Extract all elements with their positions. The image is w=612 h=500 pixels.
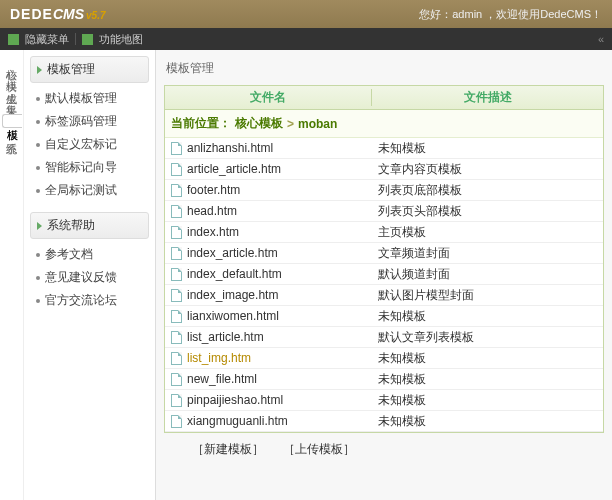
cell-filename: index_article.htm (165, 246, 372, 260)
vtab-核心[interactable]: 核心 (2, 54, 21, 66)
bullet-icon (36, 253, 40, 257)
table-row: article_article.htm文章内容页模板 (165, 159, 603, 180)
cell-filename: article_article.htm (165, 162, 372, 176)
file-link[interactable]: article_article.htm (187, 162, 281, 176)
toolbar: 隐藏菜单 功能地图 « (0, 28, 612, 50)
file-link[interactable]: index_default.htm (187, 267, 282, 281)
table-row: footer.htm列表页底部模板 (165, 180, 603, 201)
bullet-icon (36, 276, 40, 280)
chevron-right-icon (37, 66, 42, 74)
file-link[interactable]: list_img.htm (187, 351, 251, 365)
file-link[interactable]: lianxiwomen.html (187, 309, 279, 323)
file-link[interactable]: anlizhanshi.html (187, 141, 273, 155)
brand-cms: CMS (53, 6, 84, 22)
cell-filedesc: 未知模板 (372, 308, 603, 325)
collapse-toggle[interactable]: « (598, 33, 604, 45)
cell-filedesc: 列表页底部模板 (372, 182, 603, 199)
file-icon (171, 184, 182, 197)
vtab-模板[interactable]: 模板 (2, 114, 22, 128)
file-icon (171, 226, 182, 239)
hide-menu-icon (8, 34, 19, 45)
vtab-会员[interactable]: 会员 (2, 102, 21, 114)
file-link[interactable]: index_article.htm (187, 246, 278, 260)
sidebar-group-title[interactable]: 模板管理 (30, 56, 149, 83)
toolbar-separator (75, 33, 76, 45)
hide-menu-link[interactable]: 隐藏菜单 (25, 32, 69, 47)
site-map-link[interactable]: 功能地图 (99, 32, 143, 47)
sidebar-group-label: 模板管理 (47, 61, 95, 78)
cell-filedesc: 默认频道封面 (372, 266, 603, 283)
cell-filename: index_default.htm (165, 267, 372, 281)
sidebar-item-label: 智能标记向导 (45, 159, 117, 176)
cell-filedesc: 主页模板 (372, 224, 603, 241)
sidebar-item-label: 参考文档 (45, 246, 93, 263)
breadcrumb-current[interactable]: moban (298, 117, 337, 131)
breadcrumb-root[interactable]: 核心模板 (235, 115, 283, 132)
cell-filedesc: 文章频道封面 (372, 245, 603, 262)
breadcrumb-label: 当前位置： (171, 115, 231, 132)
sidebar-group-title[interactable]: 系统帮助 (30, 212, 149, 239)
table-row: anlizhanshi.html未知模板 (165, 138, 603, 159)
bullet-icon (36, 143, 40, 147)
vtab-模块[interactable]: 模块 (2, 66, 21, 78)
bullet-icon (36, 189, 40, 193)
sidebar-item-label: 标签源码管理 (45, 113, 117, 130)
app-header: DEDECMS v5.7 您好：admin ，欢迎使用DedeCMS！ (0, 0, 612, 28)
cell-filedesc: 列表页头部模板 (372, 203, 603, 220)
file-icon (171, 268, 182, 281)
sidebar-group-label: 系统帮助 (47, 217, 95, 234)
cell-filename: new_file.html (165, 372, 372, 386)
cell-filename: anlizhanshi.html (165, 141, 372, 155)
table-row: list_article.htm默认文章列表模板 (165, 327, 603, 348)
vtab-采集[interactable]: 采集 (2, 90, 21, 102)
file-icon (171, 310, 182, 323)
file-link[interactable]: index_image.htm (187, 288, 278, 302)
file-link[interactable]: footer.htm (187, 183, 240, 197)
file-link[interactable]: index.htm (187, 225, 239, 239)
cell-filename: index.htm (165, 225, 372, 239)
file-link[interactable]: head.htm (187, 204, 237, 218)
cell-filename: head.htm (165, 204, 372, 218)
table-row: pinpaijieshao.html未知模板 (165, 390, 603, 411)
upload-template-button[interactable]: ［上传模板］ (283, 442, 355, 456)
bullet-icon (36, 120, 40, 124)
sidebar-item[interactable]: 自定义宏标记 (34, 133, 149, 156)
file-icon (171, 352, 182, 365)
file-link[interactable]: pinpaijieshao.html (187, 393, 283, 407)
vtab-系统[interactable]: 系统 (2, 128, 21, 140)
sidebar-item[interactable]: 官方交流论坛 (34, 289, 149, 312)
file-icon (171, 373, 182, 386)
file-link[interactable]: xiangmuguanli.htm (187, 414, 288, 428)
cell-filedesc: 默认图片模型封面 (372, 287, 603, 304)
cell-filedesc: 默认文章列表模板 (372, 329, 603, 346)
sidebar-item[interactable]: 意见建议反馈 (34, 266, 149, 289)
bullet-icon (36, 166, 40, 170)
sidebar-item[interactable]: 标签源码管理 (34, 110, 149, 133)
file-link[interactable]: list_article.htm (187, 330, 264, 344)
brand-logo: DEDECMS v5.7 (10, 6, 106, 22)
site-map-icon (82, 34, 93, 45)
cell-filename: pinpaijieshao.html (165, 393, 372, 407)
template-table: 文件名 文件描述 当前位置： 核心模板 > moban anlizhanshi.… (164, 85, 604, 433)
file-link[interactable]: new_file.html (187, 372, 257, 386)
bullet-icon (36, 299, 40, 303)
sidebar-item-label: 意见建议反馈 (45, 269, 117, 286)
main-panel: 模板管理 文件名 文件描述 当前位置： 核心模板 > moban anlizha… (156, 50, 612, 500)
table-header: 文件名 文件描述 (165, 86, 603, 110)
cell-filename: list_img.htm (165, 351, 372, 365)
table-row: list_img.htm未知模板 (165, 348, 603, 369)
breadcrumb-sep-icon: > (287, 117, 294, 131)
sidebar-item[interactable]: 参考文档 (34, 243, 149, 266)
table-actions: ［新建模板］ ［上传模板］ (164, 433, 604, 462)
sidebar-item[interactable]: 智能标记向导 (34, 156, 149, 179)
sidebar-item[interactable]: 默认模板管理 (34, 87, 149, 110)
brand-version: v5.7 (86, 10, 105, 21)
vtab-生成[interactable]: 生成 (2, 78, 21, 90)
file-icon (171, 205, 182, 218)
page-title: 模板管理 (164, 56, 604, 85)
sidebar-item[interactable]: 全局标记测试 (34, 179, 149, 202)
file-icon (171, 394, 182, 407)
sidebar: 模板管理默认模板管理标签源码管理自定义宏标记智能标记向导全局标记测试系统帮助参考… (24, 50, 156, 500)
cell-filedesc: 未知模板 (372, 413, 603, 430)
new-template-button[interactable]: ［新建模板］ (192, 442, 264, 456)
